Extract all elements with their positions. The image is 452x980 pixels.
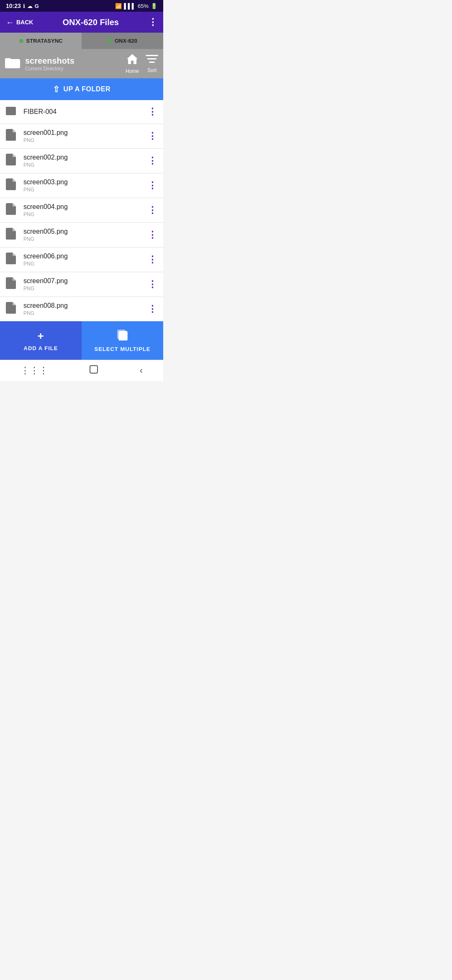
tab-bar: STRATASYNC ONX-620 [0, 33, 163, 49]
file-name: screen004.png [23, 203, 142, 211]
file-list: FIBER-004 ⋮ screen001.png PNG ⋮ screen00… [0, 100, 163, 321]
file-menu-icon[interactable]: ⋮ [148, 180, 157, 191]
info-icon: ℹ [23, 3, 25, 9]
file-info: screen005.png PNG [23, 228, 142, 242]
file-menu-icon[interactable]: ⋮ [148, 205, 157, 216]
add-file-label: ADD A FILE [24, 345, 58, 351]
back-button[interactable]: ← BACK [6, 18, 33, 27]
file-info: screen004.png PNG [23, 203, 142, 217]
file-menu-icon[interactable]: ⋮ [148, 279, 157, 290]
list-item[interactable]: screen005.png PNG ⋮ [0, 223, 163, 248]
recents-icon[interactable]: ⋮⋮⋮ [21, 365, 48, 376]
plus-icon: + [37, 330, 44, 343]
tab-onx620[interactable]: ONX-620 [82, 33, 163, 49]
tab-stratasync[interactable]: STRATASYNC [0, 33, 82, 49]
file-type: PNG [23, 187, 142, 193]
page-title: ONX-620 Files [37, 18, 144, 27]
file-name: screen001.png [23, 129, 142, 137]
add-file-button[interactable]: + ADD A FILE [0, 321, 82, 360]
directory-label: Current Directory [25, 66, 121, 72]
svg-marker-3 [127, 54, 138, 64]
file-info: screen002.png PNG [23, 154, 142, 168]
file-type: PNG [23, 286, 142, 291]
select-icon [116, 329, 129, 343]
list-item[interactable]: screen002.png PNG ⋮ [0, 149, 163, 173]
file-type: PNG [23, 211, 142, 217]
directory-info: screenshots Current Directory [25, 56, 121, 72]
nav-bar: ⋮⋮⋮ ‹ [0, 360, 163, 381]
list-item[interactable]: screen001.png PNG ⋮ [0, 124, 163, 149]
list-item[interactable]: screen003.png PNG ⋮ [0, 173, 163, 198]
file-name: screen005.png [23, 228, 142, 235]
battery-icon: 🔋 [151, 3, 157, 9]
up-folder-button[interactable]: ⇧ UP A FOLDER [0, 78, 163, 100]
file-info: FIBER-004 [23, 108, 142, 116]
file-name: screen008.png [23, 302, 142, 309]
file-menu-icon[interactable]: ⋮ [148, 304, 157, 315]
svg-rect-6 [149, 62, 155, 63]
directory-actions: Home Sort [126, 53, 158, 74]
list-item[interactable]: screen008.png PNG ⋮ [0, 297, 163, 321]
file-name: FIBER-004 [23, 108, 142, 116]
file-png-icon [6, 302, 18, 316]
file-menu-icon[interactable]: ⋮ [148, 131, 157, 142]
svg-rect-11 [90, 366, 98, 373]
svg-rect-10 [119, 331, 127, 340]
file-type: PNG [23, 162, 142, 168]
file-type: PNG [23, 236, 142, 242]
more-vert-icon[interactable]: ⋮ [148, 17, 157, 28]
folder-file-icon [6, 105, 18, 119]
svg-rect-2 [5, 58, 11, 61]
file-png-icon [6, 129, 18, 143]
battery-percent: 65% [138, 3, 149, 9]
g-icon: G [35, 3, 39, 9]
svg-rect-4 [146, 55, 158, 56]
directory-name: screenshots [25, 56, 121, 66]
file-info: screen001.png PNG [23, 129, 142, 143]
up-arrow-icon: ⇧ [53, 84, 60, 94]
onx620-status-dot [108, 39, 112, 43]
directory-bar: screenshots Current Directory Home Sort [0, 49, 163, 78]
file-menu-icon[interactable]: ⋮ [148, 106, 157, 117]
bottom-action-bar: + ADD A FILE SELECT MULTIPLE [0, 321, 163, 360]
signal-icon: ▌▌▌ [124, 3, 136, 9]
home-button[interactable]: Home [126, 53, 139, 74]
select-multiple-label: SELECT MULTIPLE [95, 346, 151, 352]
back-nav-icon[interactable]: ‹ [140, 365, 143, 376]
status-time: 10:23 [6, 3, 21, 9]
select-multiple-button[interactable]: SELECT MULTIPLE [82, 321, 163, 360]
file-png-icon [6, 277, 18, 291]
file-info: screen008.png PNG [23, 302, 142, 316]
file-type: PNG [23, 310, 142, 316]
file-type: PNG [23, 261, 142, 267]
home-nav-icon[interactable] [89, 364, 99, 377]
status-right: 📶 ▌▌▌ 65% 🔋 [115, 3, 157, 9]
list-item[interactable]: screen006.png PNG ⋮ [0, 248, 163, 272]
file-name: screen003.png [23, 178, 142, 186]
list-item[interactable]: screen004.png PNG ⋮ [0, 198, 163, 223]
back-label: BACK [16, 19, 33, 26]
file-png-icon [6, 228, 18, 242]
status-left: 10:23 ℹ ☁ G [6, 3, 39, 9]
file-menu-icon[interactable]: ⋮ [148, 254, 157, 265]
file-name: screen006.png [23, 253, 142, 260]
file-png-icon [6, 154, 18, 168]
file-menu-icon[interactable]: ⋮ [148, 155, 157, 166]
status-bar: 10:23 ℹ ☁ G 📶 ▌▌▌ 65% 🔋 [0, 0, 163, 12]
list-item[interactable]: screen007.png PNG ⋮ [0, 272, 163, 297]
sort-icon [146, 54, 158, 67]
file-png-icon [6, 178, 18, 193]
back-arrow-icon: ← [6, 18, 14, 27]
app-bar: ← BACK ONX-620 Files ⋮ [0, 12, 163, 33]
file-png-icon [6, 203, 18, 217]
svg-rect-5 [147, 58, 157, 59]
cloud-icon: ☁ [27, 3, 33, 9]
file-png-icon [6, 253, 18, 267]
list-item[interactable]: FIBER-004 ⋮ [0, 100, 163, 124]
stratasync-status-dot [19, 39, 23, 43]
folder-icon [5, 57, 20, 71]
file-type: PNG [23, 137, 142, 143]
sort-button[interactable]: Sort [146, 54, 158, 73]
file-menu-icon[interactable]: ⋮ [148, 230, 157, 240]
wifi-icon: 📶 [115, 3, 122, 9]
